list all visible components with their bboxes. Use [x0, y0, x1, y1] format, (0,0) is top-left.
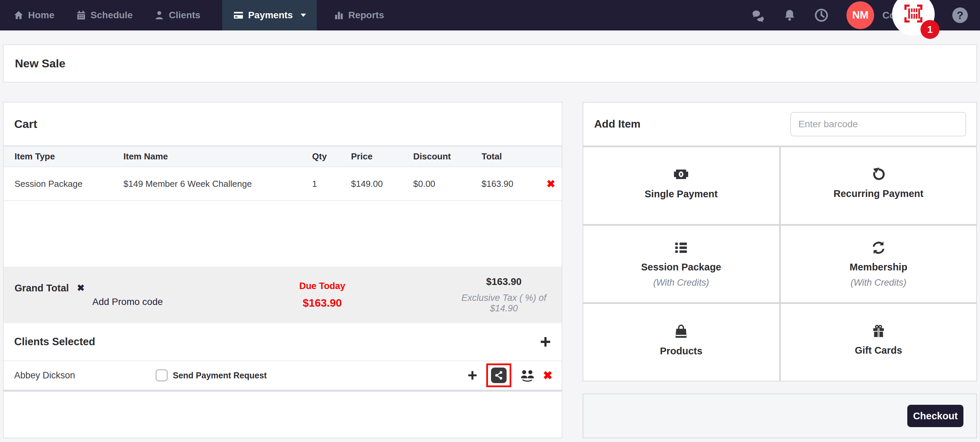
help-icon[interactable]: ? [952, 8, 968, 23]
cart-bottom-space [4, 390, 562, 437]
sync-icon [871, 240, 886, 255]
grand-total-label: Grand Total [14, 282, 69, 294]
option-label: Session Package [641, 262, 721, 273]
add-item-title: Add Item [594, 118, 641, 130]
option-single-payment[interactable]: Single Payment [583, 147, 779, 224]
new-sale-page: Home Schedule Clients [0, 0, 980, 442]
cell-price: $149.00 [351, 179, 413, 189]
checkout-panel: Checkout [583, 394, 977, 438]
clock-icon[interactable] [814, 8, 829, 23]
cell-discount: $0.00 [413, 179, 482, 189]
top-navbar: Home Schedule Clients [0, 0, 980, 30]
shopping-bag-icon [673, 323, 689, 340]
due-today-box: Due Today $163.90 [238, 281, 407, 310]
cell-item-type: Session Package [14, 179, 123, 189]
tax-note: Exclusive Tax ( %) of $14.90 [455, 293, 553, 314]
page-body: New Sale Cart Item Type Item Name Qty Pr… [0, 44, 980, 438]
calendar-icon [76, 10, 86, 20]
remove-item-icon[interactable]: ✖ [546, 179, 555, 189]
chevron-down-icon [301, 14, 306, 17]
cart-header: Cart [4, 102, 562, 145]
cart-empty-space [4, 201, 562, 267]
nav-item-home[interactable]: Home [14, 0, 54, 30]
home-icon [14, 10, 24, 20]
list-icon [673, 240, 689, 255]
grand-total-amount: $163.90 [455, 276, 553, 287]
new-sale-header-panel: New Sale [3, 44, 977, 83]
option-label: Single Payment [644, 188, 718, 199]
checkout-button[interactable]: Checkout [907, 405, 963, 427]
cart-table-header: Item Type Item Name Qty Price Discount T… [4, 145, 562, 167]
col-item-name: Item Name [123, 151, 312, 162]
nav-item-reports[interactable]: Reports [334, 0, 384, 30]
nav-item-clients[interactable]: Clients [154, 0, 200, 30]
avatar-initials: NM [852, 9, 869, 21]
bell-icon[interactable] [783, 8, 796, 22]
barcode-scanner-button[interactable]: 1 [892, 0, 935, 35]
barcode-icon [902, 2, 924, 26]
col-price: Price [351, 151, 413, 162]
due-today-label: Due Today [238, 281, 407, 291]
option-recurring-payment[interactable]: Recurring Payment [781, 147, 977, 224]
add-promo-code-link[interactable]: Add Promo code [92, 297, 238, 307]
remove-client-icon[interactable]: ✖ [543, 370, 553, 381]
client-row: Abbey Dickson Send Payment Request [4, 361, 562, 390]
nav-item-schedule[interactable]: Schedule [76, 0, 132, 30]
send-payment-request-checkbox[interactable] [156, 369, 168, 381]
share-highlight-outline [486, 364, 511, 387]
money-bill-icon [673, 166, 689, 182]
gift-icon [871, 324, 886, 339]
transfer-clients-icon[interactable] [519, 367, 535, 383]
option-label: Gift Cards [855, 345, 902, 356]
option-label: Products [660, 346, 702, 357]
nav-label-payments: Payments [248, 10, 293, 21]
nav-label-clients: Clients [169, 10, 200, 21]
client-add-icon[interactable] [467, 370, 478, 381]
option-label: Membership [850, 262, 907, 273]
col-total: Total [482, 151, 540, 162]
credit-card-icon [233, 10, 244, 21]
nav-label-reports: Reports [348, 10, 384, 21]
add-client-icon[interactable] [539, 335, 552, 348]
send-payment-request-label: Send Payment Request [173, 370, 267, 380]
cell-total: $163.90 [482, 179, 540, 189]
add-item-panel: Add Item [583, 102, 977, 381]
option-sub: (With Credits) [851, 278, 906, 288]
col-qty: Qty [312, 151, 351, 162]
navbar-right: NM Co [751, 0, 968, 35]
option-products[interactable]: Products [583, 304, 779, 381]
due-today-amount: $163.90 [238, 297, 407, 310]
option-label: Recurring Payment [834, 188, 924, 199]
option-gift-cards[interactable]: Gift Cards [781, 304, 977, 381]
grand-total-left: Grand Total ✖ Add Promo code [14, 282, 238, 307]
add-item-header: Add Item [583, 102, 976, 145]
grand-total-section: Grand Total ✖ Add Promo code Due Today $… [4, 267, 562, 323]
chat-icon[interactable] [751, 8, 765, 22]
nav-label-home: Home [28, 10, 54, 21]
cell-qty: 1 [312, 179, 351, 189]
cart-title: Cart [14, 117, 37, 131]
add-item-options-grid: Single Payment Recurring Payment [583, 147, 976, 381]
bar-chart-icon [334, 10, 344, 20]
rotate-left-icon [871, 166, 886, 182]
col-discount: Discount [413, 151, 482, 162]
nav-label-schedule: Schedule [91, 10, 132, 21]
col-item-type: Item Type [14, 151, 123, 162]
share-icon[interactable] [491, 367, 507, 383]
clients-selected-title: Clients Selected [14, 336, 95, 348]
barcode-input[interactable] [790, 112, 966, 136]
option-session-package[interactable]: Session Package (With Credits) [583, 226, 779, 303]
clients-selected-header: Clients Selected [4, 323, 562, 361]
option-membership[interactable]: Membership (With Credits) [781, 226, 977, 303]
cart-panel: Cart Item Type Item Name Qty Price Disco… [3, 102, 562, 438]
avatar[interactable]: NM [846, 2, 874, 29]
clear-grand-total-icon[interactable]: ✖ [77, 284, 85, 293]
person-icon [154, 10, 164, 20]
grand-total-amount-box: $163.90 Exclusive Tax ( %) of $14.90 [455, 276, 553, 314]
client-name: Abbey Dickson [14, 370, 156, 381]
right-column: Add Item [583, 102, 977, 438]
cell-item-name: $149 Member 6 Week Challenge [123, 179, 312, 189]
scanner-badge: 1 [921, 20, 939, 39]
page-title: New Sale [15, 57, 65, 70]
nav-item-payments[interactable]: Payments [222, 0, 317, 30]
